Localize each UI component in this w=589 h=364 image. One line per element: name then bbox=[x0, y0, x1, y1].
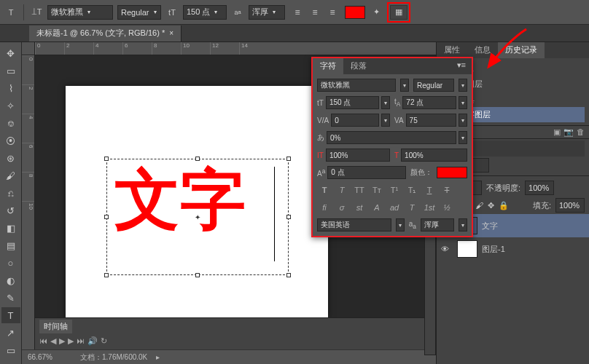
camera-icon[interactable]: 📷 bbox=[563, 127, 574, 137]
align-right-button[interactable]: ≡ bbox=[324, 5, 340, 20]
layer-name[interactable]: 文字 bbox=[482, 221, 498, 232]
warp-text-icon[interactable]: ✦ bbox=[370, 6, 383, 19]
eraser-tool[interactable]: ◧ bbox=[1, 220, 20, 236]
dodge-tool[interactable]: ◐ bbox=[1, 272, 20, 288]
wand-tool[interactable]: ✧ bbox=[1, 98, 20, 114]
handle-middle-right[interactable] bbox=[286, 215, 291, 219]
info-tab[interactable]: 信息 bbox=[467, 42, 498, 58]
font-style-dropdown[interactable]: Regular▾ bbox=[117, 5, 161, 20]
close-tab-icon[interactable]: × bbox=[169, 29, 173, 37]
contextual-button[interactable]: σ bbox=[335, 201, 349, 214]
half-button[interactable]: ½ bbox=[440, 201, 454, 214]
handle-top-center[interactable] bbox=[195, 157, 200, 161]
type-tool[interactable]: T bbox=[1, 307, 20, 323]
pen-tool[interactable]: ✎ bbox=[1, 290, 20, 306]
swash-button[interactable]: A bbox=[370, 201, 384, 214]
character-panel[interactable]: 字符 段落 ▾≡ 微软雅黑▾ Regular▾ tT150 点▾ tA72 点▾… bbox=[311, 57, 473, 237]
fractions-button[interactable]: 1st bbox=[422, 201, 437, 214]
trash-icon[interactable]: 🗑 bbox=[577, 127, 585, 137]
crop-tool[interactable]: ⎊ bbox=[1, 115, 20, 131]
italic-button[interactable]: T bbox=[335, 183, 349, 197]
cp-hscale-input[interactable]: 100% bbox=[401, 149, 467, 162]
zoom-level[interactable]: 66.67% bbox=[28, 353, 71, 361]
eyedropper-tool[interactable]: ⦿ bbox=[1, 132, 20, 149]
stamp-tool[interactable]: ⎌ bbox=[1, 185, 20, 201]
timeline-last-icon[interactable]: ⏭ bbox=[77, 336, 85, 346]
cp-leading-input[interactable]: 72 点 bbox=[402, 96, 456, 109]
handle-bottom-right[interactable] bbox=[286, 273, 291, 277]
timeline-loop-icon[interactable]: ↻ bbox=[101, 336, 107, 346]
status-caret-icon[interactable]: ▸ bbox=[156, 353, 160, 361]
subscript-button[interactable]: T₁ bbox=[405, 183, 419, 197]
character-panel-toggle-button[interactable]: ▦ bbox=[390, 5, 407, 20]
canvas-text-content[interactable]: 文字 bbox=[114, 167, 246, 232]
timeline-next-icon[interactable]: ▶ bbox=[68, 336, 74, 346]
handle-bottom-left[interactable] bbox=[104, 273, 109, 277]
blur-tool[interactable]: ○ bbox=[1, 255, 20, 271]
cp-font-size-input[interactable]: 150 点 bbox=[326, 96, 379, 109]
ordinals-button[interactable]: T bbox=[405, 201, 419, 214]
layer-name[interactable]: 图层-1 bbox=[482, 244, 505, 255]
ligatures-button[interactable]: fi bbox=[317, 201, 332, 214]
properties-tab[interactable]: 属性 bbox=[437, 42, 467, 58]
strikethrough-button[interactable]: T bbox=[440, 183, 454, 197]
timeline-audio-icon[interactable]: 🔊 bbox=[87, 336, 98, 346]
healing-tool[interactable]: ⊛ bbox=[1, 150, 20, 166]
handle-top-right[interactable] bbox=[286, 157, 291, 161]
cp-kerning-input[interactable]: 0 bbox=[331, 114, 379, 127]
superscript-button[interactable]: T¹ bbox=[387, 183, 402, 197]
allcaps-button[interactable]: TT bbox=[352, 183, 367, 197]
snapshot-icon[interactable]: ▣ bbox=[553, 127, 561, 137]
titling-button[interactable]: ad bbox=[387, 201, 402, 214]
lock-position-icon[interactable]: ✥ bbox=[488, 201, 494, 210]
smallcaps-button[interactable]: Tт bbox=[370, 183, 384, 197]
visibility-toggle-icon[interactable]: 👁 bbox=[441, 245, 453, 253]
cp-baseline-input[interactable]: 0 点 bbox=[327, 166, 406, 179]
handle-middle-left[interactable] bbox=[104, 215, 109, 219]
handle-top-left[interactable] bbox=[104, 157, 109, 161]
text-bounding-box[interactable]: 文字 ✦ bbox=[106, 159, 289, 275]
underline-button[interactable]: T bbox=[422, 183, 437, 197]
stylistic-button[interactable]: st bbox=[352, 201, 367, 214]
lock-pixels-icon[interactable]: 🖌 bbox=[475, 201, 483, 210]
paragraph-tab[interactable]: 段落 bbox=[343, 58, 374, 74]
gradient-tool[interactable]: ▤ bbox=[1, 237, 20, 253]
opacity-input[interactable]: 100% bbox=[525, 181, 554, 195]
text-color-swatch[interactable] bbox=[345, 6, 365, 19]
cp-font-style-dropdown[interactable]: Regular bbox=[413, 79, 454, 92]
document-canvas[interactable]: 文字 ✦ bbox=[66, 86, 328, 319]
panel-menu-icon[interactable]: ▾≡ bbox=[451, 58, 472, 74]
cp-language-dropdown[interactable]: 美国英语 bbox=[317, 218, 391, 232]
document-tab[interactable]: 未标题-1 @ 66.7% (文字, RGB/16) * × bbox=[29, 25, 182, 41]
timeline-tab[interactable]: 时间轴 bbox=[39, 320, 72, 333]
brush-tool[interactable]: 🖌 bbox=[1, 167, 20, 183]
history-tab[interactable]: 历史记录 bbox=[498, 42, 545, 58]
font-family-dropdown[interactable]: 微软雅黑▾ bbox=[47, 5, 113, 20]
character-tab[interactable]: 字符 bbox=[313, 58, 343, 74]
cp-tracking-input[interactable]: 75 bbox=[406, 114, 456, 127]
shape-tool[interactable]: ▭ bbox=[1, 342, 20, 358]
cp-aa-dropdown[interactable]: 浑厚 bbox=[421, 218, 454, 232]
history-brush-tool[interactable]: ↺ bbox=[1, 202, 20, 218]
handle-bottom-center[interactable] bbox=[195, 273, 200, 277]
path-tool[interactable]: ↗ bbox=[1, 325, 20, 341]
bold-button[interactable]: T bbox=[317, 183, 332, 197]
layer-row[interactable]: 👁 图层-1 bbox=[437, 237, 589, 261]
antialiasing-dropdown[interactable]: 浑厚▾ bbox=[249, 5, 285, 20]
move-tool[interactable]: ✥ bbox=[1, 45, 20, 61]
timeline-prev-icon[interactable]: ◀ bbox=[50, 336, 56, 346]
orientation-icon[interactable]: ⟘T bbox=[30, 6, 43, 19]
timeline-first-icon[interactable]: ⏮ bbox=[39, 336, 47, 346]
cp-tsume-input[interactable]: 0% bbox=[327, 131, 456, 144]
cp-font-family-dropdown[interactable]: 微软雅黑 bbox=[317, 79, 396, 92]
align-center-button[interactable]: ≡ bbox=[307, 5, 323, 20]
timeline-play-icon[interactable]: ▶ bbox=[59, 336, 65, 346]
fill-input[interactable]: 100% bbox=[555, 198, 585, 213]
lasso-tool[interactable]: ⌇ bbox=[1, 80, 20, 96]
align-left-button[interactable]: ≡ bbox=[289, 5, 305, 20]
font-size-dropdown[interactable]: 150 点▾ bbox=[183, 5, 227, 20]
cp-vscale-input[interactable]: 100% bbox=[326, 149, 390, 162]
lock-all-icon[interactable]: 🔒 bbox=[499, 201, 509, 210]
cp-color-swatch[interactable] bbox=[437, 167, 467, 178]
marquee-tool[interactable]: ▭ bbox=[1, 63, 20, 79]
